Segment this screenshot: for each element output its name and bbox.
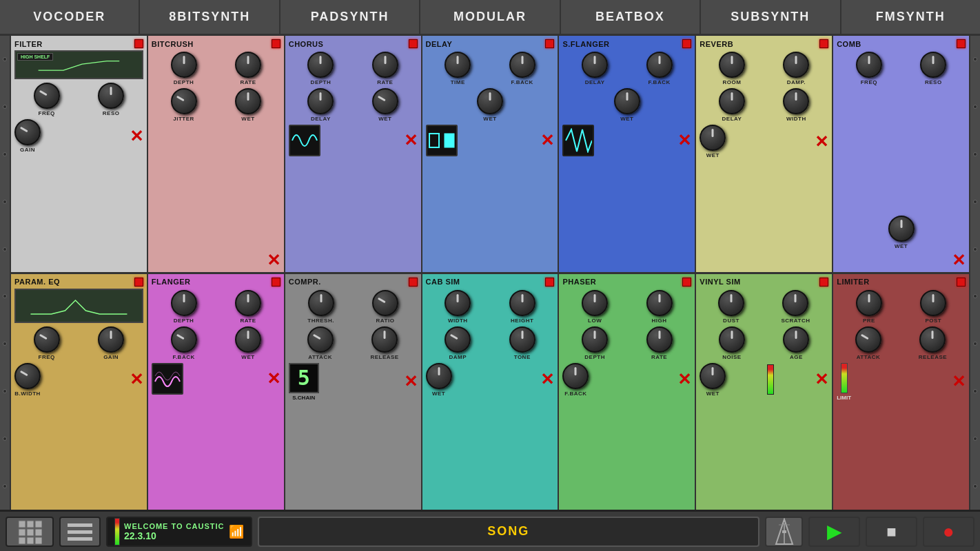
reverb-delay-knob[interactable]: DELAY: [719, 88, 745, 122]
synth-beatbox[interactable]: BEATBOX: [561, 0, 701, 34]
bitcrush-jitter-knob[interactable]: JITTER: [171, 88, 197, 122]
chorus-delay-knob[interactable]: DELAY: [307, 88, 334, 122]
cabsim-damp-knob[interactable]: DAMP: [445, 326, 471, 360]
sflanger-led[interactable]: [682, 39, 691, 48]
vinylsim-age-knob[interactable]: AGE: [783, 326, 809, 360]
limiter-led[interactable]: [957, 278, 966, 287]
reverb-wet-knob[interactable]: WET: [700, 125, 726, 158]
menu-button[interactable]: [59, 517, 101, 547]
filter-gain-knob[interactable]: GAIN: [14, 119, 41, 153]
sflanger-fback-knob[interactable]: F.BACK: [646, 52, 673, 85]
cabsim-width-knob[interactable]: WIDTH: [445, 290, 471, 324]
parameq-bwidth-knob[interactable]: B.WIDTH: [14, 363, 41, 397]
delay-led[interactable]: [545, 39, 554, 48]
comb-freq-knob[interactable]: FREQ: [856, 52, 882, 85]
reverb-disable-button[interactable]: ✕: [815, 134, 828, 150]
phaser-low-knob[interactable]: LOW: [582, 290, 608, 324]
chorus-wet-knob[interactable]: WET: [372, 88, 398, 122]
sflanger-disable-button[interactable]: ✕: [677, 132, 691, 149]
reverb-damp-knob[interactable]: DAMP.: [783, 52, 809, 85]
compr-attack-knob[interactable]: ATTACK: [307, 326, 334, 360]
delay-wet-knob[interactable]: WET: [477, 88, 503, 122]
phaser-high-knob[interactable]: HIGH: [646, 290, 673, 324]
parameq-gain-knob[interactable]: GAIN: [98, 326, 124, 360]
flanger-fback-knob[interactable]: F.BACK: [171, 326, 197, 360]
phaser-disable-button[interactable]: ✕: [677, 371, 691, 388]
reverb-room-knob[interactable]: ROOM: [719, 52, 745, 85]
synth-subsynth[interactable]: SUBSYNTH: [701, 0, 841, 34]
synth-fmsynth[interactable]: FMSYNTH: [841, 0, 980, 34]
synth-padsynth[interactable]: PADSYNTH: [280, 0, 420, 34]
bitcrush-disable-button[interactable]: ✕: [267, 252, 280, 269]
delay-time-knob[interactable]: TIME: [445, 52, 471, 85]
delay-disable-button[interactable]: ✕: [540, 132, 554, 149]
limiter-pre-knob[interactable]: PRE: [856, 290, 882, 324]
filter-reso-knob[interactable]: RESO: [98, 83, 124, 116]
parameq-freq-knob[interactable]: FREQ: [34, 326, 60, 360]
comb-reso-knob[interactable]: RESO: [920, 52, 946, 85]
synth-8bitsynth[interactable]: 8BITSYNTH: [140, 0, 280, 34]
bitcrush-wet-knob[interactable]: WET: [235, 88, 261, 122]
flanger-depth-knob[interactable]: DEPTH: [171, 290, 197, 324]
vinylsim-wet-knob[interactable]: WET: [700, 363, 726, 397]
phaser-rate-knob[interactable]: RATE: [646, 326, 673, 360]
sflanger-delay-knob[interactable]: DELAY: [582, 52, 608, 85]
synth-vocoder[interactable]: VOCODER: [0, 0, 140, 34]
reverb-width-knob[interactable]: WIDTH: [783, 88, 809, 122]
limiter-disable-button[interactable]: ✕: [952, 373, 966, 390]
phaser-led[interactable]: [682, 278, 691, 287]
sflanger-wet-knob[interactable]: WET: [614, 88, 640, 122]
vinylsim-scratch-knob[interactable]: SCRATCH: [781, 290, 810, 324]
reverb-led[interactable]: [819, 39, 828, 48]
limiter-release-knob[interactable]: RELEASE: [919, 326, 947, 360]
comb-led[interactable]: [957, 39, 966, 48]
bitcrush-led[interactable]: [272, 39, 280, 48]
flanger-wet-knob[interactable]: WET: [235, 326, 261, 360]
cabsim-led[interactable]: [545, 278, 554, 287]
sflanger-waveform-display[interactable]: [562, 125, 594, 156]
chorus-rate-knob[interactable]: RATE: [372, 52, 398, 85]
chorus-depth-knob[interactable]: DEPTH: [307, 52, 334, 85]
cabsim-tone-knob[interactable]: TONE: [509, 326, 535, 360]
flanger-disable-button[interactable]: ✕: [267, 371, 280, 387]
play-button[interactable]: ▶: [808, 517, 860, 547]
compr-led[interactable]: [409, 278, 418, 287]
vinylsim-noise-knob[interactable]: NOISE: [719, 326, 745, 360]
compr-release-knob[interactable]: RELEASE: [370, 326, 398, 360]
comb-disable-button[interactable]: ✕: [952, 252, 966, 269]
bitcrush-rate-knob[interactable]: RATE: [235, 52, 261, 85]
limiter-post-knob[interactable]: POST: [920, 290, 946, 324]
song-button[interactable]: SONG: [258, 517, 759, 547]
bitcrush-depth-knob[interactable]: DEPTH: [171, 52, 197, 85]
record-button[interactable]: ●: [923, 517, 974, 547]
parameq-disable-button[interactable]: ✕: [130, 371, 143, 388]
parameq-led[interactable]: [134, 278, 143, 287]
compr-thresh-knob[interactable]: THRESH.: [307, 290, 334, 324]
limiter-attack-knob[interactable]: ATTACK: [855, 326, 881, 360]
flanger-waveform-display[interactable]: [152, 363, 183, 395]
filter-freq-knob[interactable]: FREQ: [34, 83, 60, 116]
metronome-button[interactable]: [765, 517, 803, 547]
filter-led[interactable]: [134, 39, 143, 48]
stop-button[interactable]: ■: [866, 517, 917, 547]
delay-waveform-display[interactable]: [426, 125, 458, 156]
chorus-led[interactable]: [409, 39, 418, 48]
vinylsim-led[interactable]: [819, 278, 828, 287]
cabsim-disable-button[interactable]: ✕: [540, 371, 554, 388]
flanger-led[interactable]: [272, 278, 280, 287]
grid-view-button[interactable]: [6, 517, 54, 547]
compr-disable-button[interactable]: ✕: [404, 373, 418, 390]
flanger-rate-knob[interactable]: RATE: [235, 290, 261, 324]
compr-schain-display[interactable]: 5: [289, 363, 319, 393]
synth-modular[interactable]: MODULAR: [420, 0, 560, 34]
comb-wet-knob[interactable]: WET: [888, 216, 915, 249]
chorus-disable-button[interactable]: ✕: [404, 132, 418, 149]
vinylsim-dust-knob[interactable]: DUST: [718, 290, 744, 324]
cabsim-wet-knob[interactable]: WET: [426, 363, 452, 397]
phaser-depth-knob[interactable]: DEPTH: [582, 326, 608, 360]
filter-disable-button[interactable]: ✕: [130, 128, 143, 145]
chorus-waveform-display[interactable]: [289, 125, 320, 156]
delay-fback-knob[interactable]: F.BACK: [509, 52, 535, 85]
compr-ratio-knob[interactable]: RATIO: [372, 290, 398, 324]
phaser-fback-knob[interactable]: F.BACK: [562, 363, 589, 397]
